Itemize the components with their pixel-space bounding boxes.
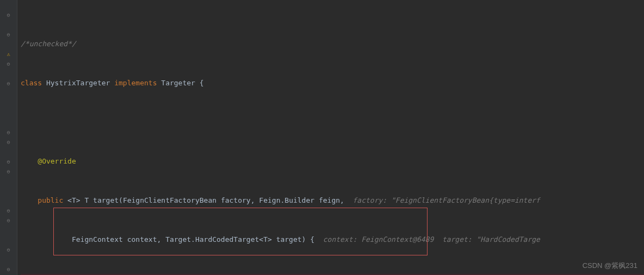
fold-icon[interactable]: ⊖	[0, 10, 17, 20]
watermark: CSDN @紫枫231	[583, 261, 637, 271]
gutter: ⊖ ⊖ ⚠ ⊖ ⊖ ⊖ ⊖ ⊖ ⊖ ⊖ ⊖ ⊖ ⊖	[0, 0, 17, 275]
fold-icon[interactable]: ⊖	[0, 205, 17, 215]
code-editor[interactable]: ⊖ ⊖ ⚠ ⊖ ⊖ ⊖ ⊖ ⊖ ⊖ ⊖ ⊖ ⊖ ⊖ /*unchecked*/ …	[0, 0, 644, 275]
fold-icon[interactable]: ⊖	[0, 157, 17, 166]
fold-icon[interactable]: ⊖	[0, 29, 17, 39]
fold-icon[interactable]: ⊖	[0, 166, 17, 176]
highlight-box	[53, 208, 428, 255]
fold-icon[interactable]: ⊖	[0, 215, 17, 225]
fold-icon[interactable]: ⊖	[0, 264, 17, 274]
warning-icon[interactable]: ⚠	[0, 49, 17, 59]
fold-icon[interactable]: ⊖	[0, 127, 17, 137]
fold-icon[interactable]: ⊖	[0, 59, 17, 68]
code-line: /*unchecked*/	[21, 39, 644, 49]
code-line: public <T> T target(FeignClientFactoryBe…	[21, 196, 644, 205]
code-line: FeignContext context, Target.HardCodedTa…	[21, 235, 644, 245]
code-line: class HystrixTargeter implements Targete…	[21, 78, 644, 88]
fold-icon[interactable]: ⊖	[0, 78, 17, 88]
fold-icon[interactable]: ⊖	[0, 245, 17, 254]
code-line	[21, 117, 644, 127]
fold-icon[interactable]: ⊖	[0, 137, 17, 147]
code-area[interactable]: /*unchecked*/ class HystrixTargeter impl…	[17, 0, 644, 275]
code-line: @Override	[21, 157, 644, 166]
